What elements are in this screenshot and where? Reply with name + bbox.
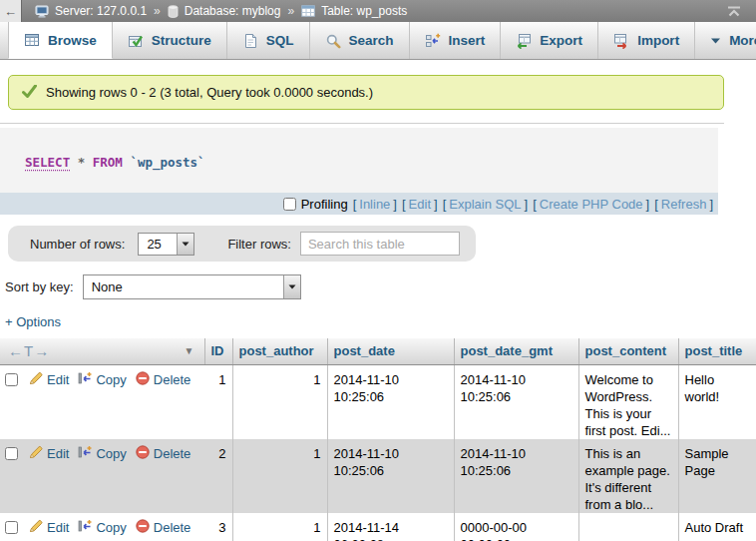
success-check-icon — [22, 85, 37, 101]
copy-icon — [78, 371, 92, 389]
table-row: Edit Copy Delete 1 1 2014-11-10 10:25:06… — [0, 364, 756, 439]
pencil-icon — [29, 519, 43, 537]
grid-cell-post-date-gmt[interactable]: 0000-00-00 00:00:00 — [454, 513, 578, 541]
row-checkbox[interactable] — [5, 521, 18, 534]
refresh-link[interactable]: Refresh — [658, 197, 710, 212]
select-caret-icon — [177, 234, 193, 255]
pencil-icon — [29, 445, 43, 463]
inline-link[interactable]: Inline — [356, 197, 393, 212]
grid-cell-id[interactable]: 3 — [204, 513, 232, 541]
breadcrumb-separator: » — [154, 4, 161, 18]
tab-browse[interactable]: Browse — [8, 22, 113, 59]
grid-cell-post-date-gmt[interactable]: 2014-11-10 10:25:06 — [454, 439, 578, 513]
grid-cell-post-content[interactable]: Welcome to WordPress. This is your first… — [578, 364, 678, 439]
sort-by-key-select[interactable]: None — [83, 274, 301, 299]
breadcrumb: ← Server: 127.0.0.1 » Database: myblog »… — [0, 0, 756, 22]
grid-cell-post-author[interactable]: 1 — [232, 364, 327, 439]
insert-icon — [425, 33, 441, 49]
tab-search[interactable]: Search — [310, 22, 410, 59]
import-icon — [613, 33, 629, 49]
back-arrow-icon: ← — [4, 4, 17, 19]
grid-cell-post-title[interactable]: Sample Page — [678, 439, 756, 513]
copy-row-link[interactable]: Copy — [78, 519, 126, 537]
result-message-text: Showing rows 0 - 2 (3 total, Query took … — [46, 85, 373, 100]
grid-cell-post-date[interactable]: 2014-11-14 06:33:38 — [327, 513, 454, 541]
header-post-date[interactable]: post_date — [327, 338, 454, 364]
sql-query-box: SELECT * FROM `wp_posts` Profiling [Inli… — [0, 128, 718, 215]
server-breadcrumb: Server: 127.0.0.1 » Database: myblog » T… — [22, 0, 712, 22]
header-post-author[interactable]: post_author — [232, 338, 327, 364]
server-icon — [35, 5, 49, 18]
tab-label: Import — [637, 33, 679, 48]
breadcrumb-table[interactable]: Table: wp_posts — [321, 4, 407, 18]
filter-rows-label: Filter rows: — [227, 237, 291, 252]
sql-table-identifier: `wp_posts` — [130, 155, 204, 170]
grid-cell-post-date-gmt[interactable]: 2014-11-10 10:25:06 — [454, 364, 578, 439]
grid-cell-post-content[interactable] — [578, 513, 678, 541]
grid-cell-post-author[interactable]: 1 — [232, 513, 327, 541]
pencil-icon — [29, 371, 43, 389]
export-icon — [516, 33, 532, 49]
sort-by-key-label: Sort by key: — [5, 279, 74, 294]
grid-cell-post-content[interactable]: This is an example page. It's different … — [578, 439, 678, 513]
delete-icon — [136, 445, 150, 463]
sql-query-text: SELECT * FROM `wp_posts` — [0, 128, 718, 193]
tab-label: Search — [349, 33, 394, 48]
breadcrumb-database[interactable]: Database: myblog — [185, 4, 281, 18]
copy-row-link[interactable]: Copy — [78, 445, 126, 463]
profiling-checkbox[interactable] — [283, 198, 296, 211]
header-post-title[interactable]: post_title — [678, 338, 756, 364]
grid-cell-id[interactable]: 2 — [204, 439, 232, 513]
row-checkbox[interactable] — [5, 447, 18, 460]
grid-cell-post-author[interactable]: 1 — [232, 439, 327, 513]
sql-footer: Profiling [Inline] [Edit] [Explain SQL] … — [0, 193, 718, 215]
edit-query-link[interactable]: Edit — [406, 197, 434, 212]
header-post-content[interactable]: post_content — [578, 338, 678, 364]
grid-cell-post-date[interactable]: 2014-11-10 10:25:06 — [327, 439, 454, 513]
tab-label: Export — [540, 33, 582, 48]
tab-export[interactable]: Export — [501, 22, 598, 59]
collapse-topbar-icon[interactable] — [712, 0, 756, 22]
delete-row-link[interactable]: Delete — [136, 519, 191, 537]
grid-cell-post-title[interactable]: Auto Draft — [678, 513, 756, 541]
sort-by-key-row: Sort by key: None — [5, 274, 756, 299]
row-checkbox[interactable] — [5, 373, 18, 386]
tab-bar: Browse Structure SQL Search Insert Expor… — [0, 22, 756, 60]
grid-cell-post-title[interactable]: Hello world! — [678, 364, 756, 439]
edit-row-link[interactable]: Edit — [29, 519, 69, 537]
pivot-rows-icon[interactable]: ←T→ — [8, 342, 50, 359]
tab-insert[interactable]: Insert — [410, 22, 502, 59]
sql-icon — [242, 33, 258, 49]
delete-row-link[interactable]: Delete — [136, 445, 191, 463]
back-button[interactable]: ← — [0, 0, 22, 22]
delete-icon — [136, 371, 150, 389]
header-id[interactable]: ID — [204, 338, 232, 364]
create-php-code-link[interactable]: Create PHP Code — [537, 197, 646, 212]
delete-icon — [136, 519, 150, 537]
number-of-rows-label: Number of rows: — [30, 237, 125, 252]
tab-more[interactable]: More — [695, 22, 756, 59]
copy-row-link[interactable]: Copy — [78, 371, 126, 389]
table-icon — [301, 5, 315, 17]
explain-sql-link[interactable]: Explain SQL — [446, 197, 524, 212]
breadcrumb-server[interactable]: Server: 127.0.0.1 — [55, 4, 147, 18]
tab-sql[interactable]: SQL — [227, 22, 310, 59]
search-icon — [325, 33, 341, 49]
tab-structure[interactable]: Structure — [113, 22, 227, 59]
sql-keyword-from: FROM — [93, 155, 123, 170]
select-caret-icon — [283, 275, 300, 298]
edit-row-link[interactable]: Edit — [29, 371, 69, 389]
rows-control-bar: Number of rows: 25 Filter rows: — [8, 226, 476, 262]
header-post-date-gmt[interactable]: post_date_gmt — [454, 338, 578, 364]
sort-descending-icon[interactable]: ▼ — [185, 345, 194, 356]
number-of-rows-select[interactable]: 25 — [138, 233, 194, 256]
filter-rows-input[interactable] — [300, 232, 460, 256]
options-toggle[interactable]: + Options — [5, 314, 61, 329]
tab-label: Insert — [449, 33, 486, 48]
grid-cell-post-date[interactable]: 2014-11-10 10:25:06 — [327, 364, 454, 439]
edit-row-link[interactable]: Edit — [29, 445, 69, 463]
grid-cell-id[interactable]: 1 — [204, 364, 232, 439]
database-icon — [168, 5, 179, 18]
tab-import[interactable]: Import — [598, 22, 695, 59]
delete-row-link[interactable]: Delete — [136, 371, 191, 389]
